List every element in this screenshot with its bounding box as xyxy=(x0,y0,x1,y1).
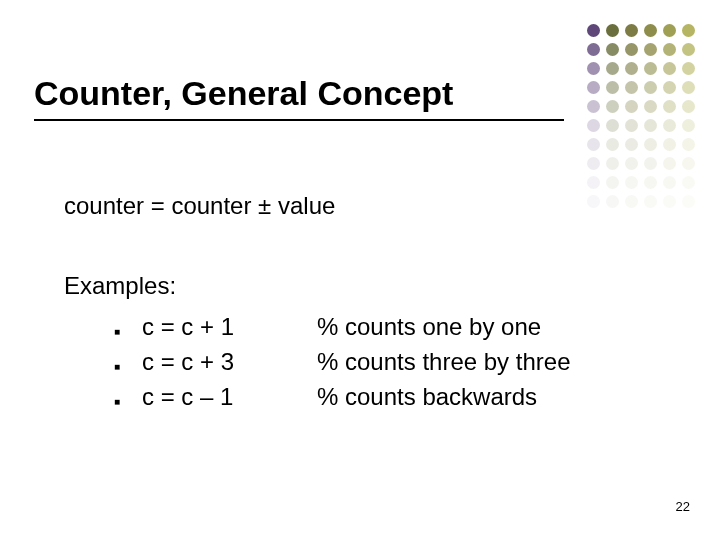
slide-title: Counter, General Concept xyxy=(34,74,574,113)
example-comment: % counts three by three xyxy=(317,346,570,378)
list-item: ■ c = c – 1 % counts backwards xyxy=(114,381,624,414)
counter-formula: counter = counter ± value xyxy=(64,190,624,222)
list-item: ■ c = c + 3 % counts three by three xyxy=(114,346,624,379)
example-comment: % counts one by one xyxy=(317,311,541,343)
examples-heading: Examples: xyxy=(64,270,624,302)
page-number: 22 xyxy=(676,499,690,514)
example-expression: c = c – 1 xyxy=(142,381,317,413)
slide: Counter, General Concept counter = count… xyxy=(0,0,720,540)
example-expression: c = c + 1 xyxy=(142,311,317,343)
decorative-dot-grid xyxy=(587,24,696,209)
title-block: Counter, General Concept xyxy=(34,74,574,121)
square-bullet-icon: ■ xyxy=(114,320,142,344)
square-bullet-icon: ■ xyxy=(114,390,142,414)
list-item: ■ c = c + 1 % counts one by one xyxy=(114,311,624,344)
example-expression: c = c + 3 xyxy=(142,346,317,378)
example-comment: % counts backwards xyxy=(317,381,537,413)
slide-body: counter = counter ± value Examples: ■ c … xyxy=(64,190,624,416)
examples-list: ■ c = c + 1 % counts one by one ■ c = c … xyxy=(64,311,624,414)
square-bullet-icon: ■ xyxy=(114,355,142,379)
title-rule xyxy=(34,119,564,121)
